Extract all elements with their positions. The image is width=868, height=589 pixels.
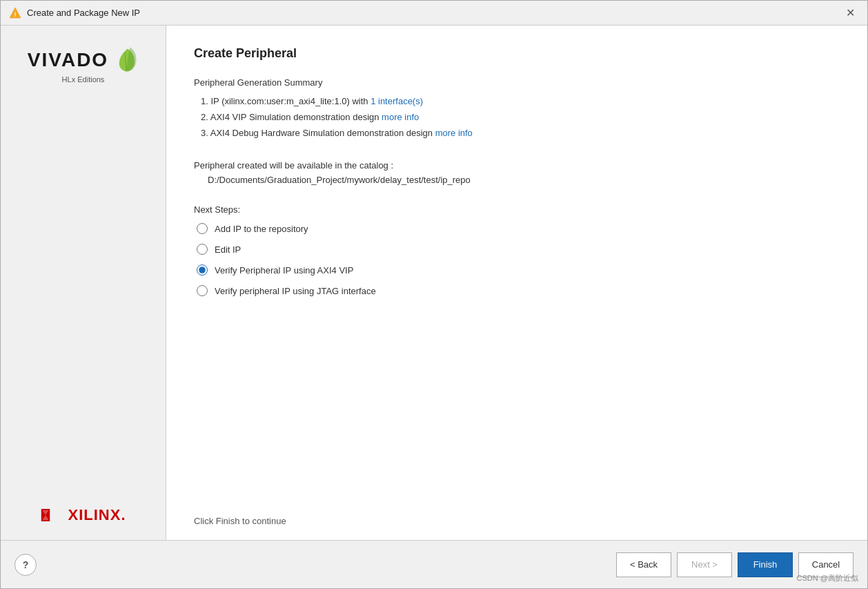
summary-item-3: 3. AXI4 Debug Hardware Simulation demons… <box>201 128 840 138</box>
app-icon: ! <box>9 7 21 19</box>
vivado-subtitle: HLx Editions <box>62 75 105 84</box>
catalog-path: D:/Documents/Graduation_Project/mywork/d… <box>194 175 840 185</box>
svg-text:!: ! <box>14 11 17 18</box>
radio-verify-axi4-input[interactable] <box>197 264 208 276</box>
item1-text: IP (xilinx.com:user:m_axi4_lite:1.0) wit… <box>210 96 371 106</box>
summary-item-1: 1. IP (xilinx.com:user:m_axi4_lite:1.0) … <box>201 96 840 106</box>
bottom-bar: ? < Back Next > Finish Cancel <box>1 540 867 588</box>
radio-verify-axi4[interactable]: Verify Peripheral IP using AXI4 VIP <box>197 264 840 276</box>
sidebar-top: VIVADO HLx Editions <box>28 46 139 97</box>
watermark: CSDN @高阶近似 <box>797 573 858 583</box>
radio-group: Add IP to the repository Edit IP Verify … <box>194 223 840 296</box>
item1-number: 1. <box>201 96 210 106</box>
footer-info: Click Finish to continue <box>194 502 840 526</box>
radio-add-ip-input[interactable] <box>197 223 208 234</box>
radio-edit-ip-input[interactable] <box>197 244 208 255</box>
title-bar: ! Create and Package New IP ✕ <box>1 1 867 26</box>
summary-list: 1. IP (xilinx.com:user:m_axi4_lite:1.0) … <box>194 96 840 144</box>
vivado-logo: VIVADO HLx Editions <box>28 46 139 84</box>
summary-section-label: Peripheral Generation Summary <box>194 77 840 88</box>
finish-button[interactable]: Finish <box>738 552 793 577</box>
bottom-left: ? <box>14 554 37 576</box>
radio-add-ip-label: Add IP to the repository <box>215 224 308 234</box>
radio-edit-ip[interactable]: Edit IP <box>197 244 840 255</box>
content-area: VIVADO HLx Editions XILIN <box>1 26 867 540</box>
summary-item-2: 2. AXI4 VIP Simulation demonstration des… <box>201 112 840 122</box>
item3-link[interactable]: more info <box>435 128 473 138</box>
item2-link[interactable]: more info <box>382 112 419 122</box>
close-button[interactable]: ✕ <box>842 5 859 21</box>
xilinx-text: XILINX. <box>68 506 126 524</box>
item2-text: AXI4 VIP Simulation demonstration design <box>210 112 382 122</box>
back-button[interactable]: < Back <box>616 552 671 577</box>
radio-edit-ip-label: Edit IP <box>215 244 241 255</box>
next-button[interactable]: Next > <box>677 552 732 577</box>
vivado-leaf-icon <box>111 46 139 74</box>
sidebar: VIVADO HLx Editions XILIN <box>1 26 166 540</box>
radio-add-ip[interactable]: Add IP to the repository <box>197 223 840 234</box>
xilinx-icon <box>40 504 62 526</box>
page-title: Create Peripheral <box>194 46 840 61</box>
item3-text: AXI4 Debug Hardware Simulation demonstra… <box>210 128 435 138</box>
item1-link[interactable]: 1 interface(s) <box>371 96 423 106</box>
item3-number: 3. <box>201 128 210 138</box>
next-steps-title: Next Steps: <box>194 204 840 215</box>
dialog-window: ! Create and Package New IP ✕ VIVADO <box>0 0 868 589</box>
main-content: Create Peripheral Peripheral Generation … <box>166 26 867 540</box>
window-title: Create and Package New IP <box>27 8 842 18</box>
help-button[interactable]: ? <box>14 554 37 576</box>
radio-verify-jtag[interactable]: Verify peripheral IP using JTAG interfac… <box>197 285 840 296</box>
radio-verify-axi4-label: Verify Peripheral IP using AXI4 VIP <box>215 265 353 276</box>
radio-verify-jtag-input[interactable] <box>197 285 208 296</box>
next-steps-section: Next Steps: Add IP to the repository Edi… <box>194 204 840 296</box>
item2-number: 2. <box>201 112 210 122</box>
radio-verify-jtag-label: Verify peripheral IP using JTAG interfac… <box>215 286 376 296</box>
xilinx-logo: XILINX. <box>40 504 126 526</box>
catalog-section: Peripheral created will be available in … <box>194 160 840 185</box>
catalog-label: Peripheral created will be available in … <box>194 160 840 171</box>
vivado-brand: VIVADO <box>28 46 139 74</box>
